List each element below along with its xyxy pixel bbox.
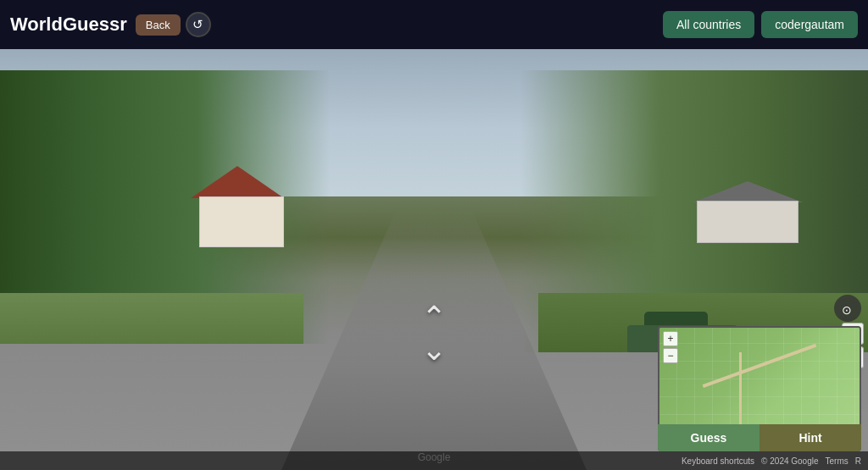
map-controls: + − xyxy=(663,331,678,363)
map-road2 xyxy=(739,352,742,425)
grass-left xyxy=(0,293,303,344)
report: R xyxy=(855,456,861,466)
nav-up-arrow[interactable]: ⌃ xyxy=(421,302,447,333)
house-right-body xyxy=(697,201,798,243)
navigation-arrows[interactable]: ⌃ ⌄ xyxy=(421,302,447,365)
house-left-body xyxy=(199,196,284,247)
all-countries-button[interactable]: All countries xyxy=(663,11,754,38)
refresh-button[interactable]: ↺ xyxy=(186,12,211,37)
house-right-roof xyxy=(693,181,803,202)
compass[interactable] xyxy=(834,295,861,322)
house-left xyxy=(191,167,301,247)
map-action-buttons: Guess Hint xyxy=(658,424,861,451)
app-logo: WorldGuessr xyxy=(10,14,127,36)
header-right: All countries codergautam xyxy=(663,11,858,38)
back-button[interactable]: Back xyxy=(136,14,181,36)
compass-needle xyxy=(842,302,854,314)
header: WorldGuessr Back ↺ All countries coderga… xyxy=(0,0,868,49)
hint-button[interactable]: Hint xyxy=(760,424,861,451)
house-left-roof xyxy=(191,166,284,198)
attribution-bar: Keyboard shortcuts © 2024 Google Terms R xyxy=(0,451,868,470)
street-view[interactable]: ⌃ ⌄ Google Keyboard shortcuts © 2024 Goo… xyxy=(0,49,868,470)
house-right xyxy=(697,184,798,243)
map-road xyxy=(703,344,816,388)
copyright: © 2024 Google xyxy=(761,456,818,466)
map-zoom-out[interactable]: − xyxy=(663,348,678,363)
terms: Terms xyxy=(826,456,849,466)
keyboard-shortcuts: Keyboard shortcuts xyxy=(682,456,754,466)
nav-down-arrow[interactable]: ⌄ xyxy=(421,335,447,365)
map-zoom-in[interactable]: + xyxy=(663,331,678,346)
guess-button[interactable]: Guess xyxy=(658,424,760,451)
street-view-scene: ⌃ ⌄ Google Keyboard shortcuts © 2024 Goo… xyxy=(0,49,868,470)
username-button[interactable]: codergautam xyxy=(761,11,858,38)
